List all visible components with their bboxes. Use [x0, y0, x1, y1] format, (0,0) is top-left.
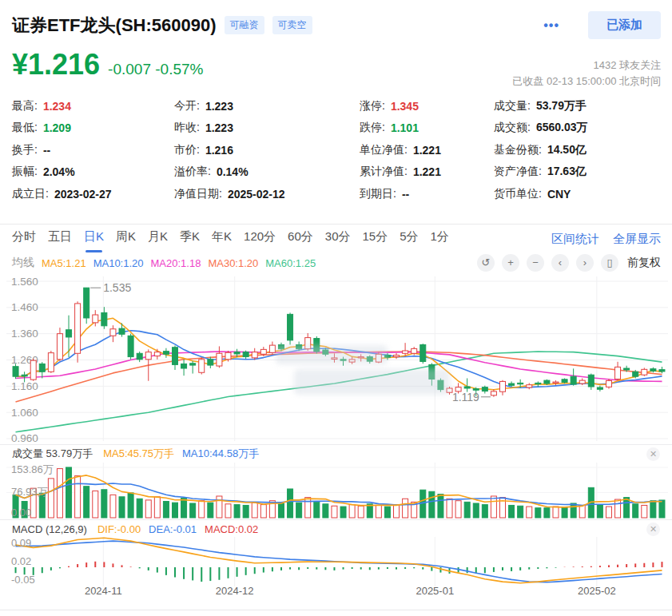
stat-row: 市价:1.216 [174, 139, 285, 161]
stat-row: 昨收:1.223 [174, 117, 285, 140]
stat-row: 今开:1.223 [174, 95, 285, 117]
divider-top [0, 224, 672, 225]
stat-value: 2023-02-27 [54, 188, 112, 201]
ma-legend-title: 均线 [12, 256, 34, 270]
volume-close-icon[interactable]: ✕ [646, 447, 660, 461]
zoom-out-icon[interactable]: − [527, 254, 544, 272]
tab-5分[interactable]: 5分 [400, 229, 418, 249]
tab-1分[interactable]: 1分 [431, 229, 449, 249]
macd-dea-label: DEA:-0.01 [149, 523, 197, 535]
ma-legend-row: 均线MA5:1.21MA10:1.20MA20:1.18MA30:1.20MA6… [12, 254, 661, 272]
volume-panel-header: 成交量 53.79万手 MA5:45.75万手 MA10:44.58万手 ✕ [0, 444, 672, 463]
svg-text:0.09: 0.09 [11, 537, 31, 549]
adjust-mode-selector[interactable]: 前复权 [627, 256, 661, 270]
pan-right-icon[interactable]: › [576, 254, 594, 272]
svg-text:1.360: 1.360 [11, 328, 38, 340]
macd-value-label: MACD:0.02 [205, 523, 258, 535]
svg-text:1.560: 1.560 [11, 276, 38, 288]
tab-季K[interactable]: 季K [180, 229, 200, 249]
badge-margin-trading: 可融资 [225, 16, 264, 34]
x-axis-label-2025-01: 2025-01 [416, 585, 454, 597]
stat-value: 1.223 [205, 100, 233, 113]
quote-meta: 1432 球友关注 已收盘 02-13 15:00:00 北京时间 [512, 58, 661, 89]
tab-60分[interactable]: 60分 [288, 229, 313, 249]
stats-column-1: 最高:1.234最低:1.209换手:--振幅:2.04%成立日:2023-02… [12, 95, 112, 205]
stat-row: 单位净值:1.221 [360, 139, 441, 161]
ma-legend-item-5: MA60:1.25 [265, 257, 316, 269]
volume-chart[interactable]: 153.86万76.93万0.00 [0, 463, 672, 519]
stat-value: 17.63亿 [547, 165, 587, 179]
stat-label: 溢价率: [174, 165, 211, 179]
macd-dif-label: DIF:-0.00 [97, 523, 141, 535]
volume-ma5-label: MA5:45.75万手 [103, 447, 174, 461]
macd-close-icon[interactable]: ✕ [646, 523, 660, 536]
tab-120分[interactable]: 120分 [244, 229, 276, 249]
tab-月K[interactable]: 月K [148, 229, 168, 249]
stat-label: 单位净值: [360, 143, 408, 157]
volume-ma10-label: MA10:44.58万手 [182, 447, 259, 461]
range-stat-link[interactable]: 区间统计 [551, 232, 599, 247]
tab-年K[interactable]: 年K [212, 229, 232, 249]
watermark [276, 345, 388, 364]
tab-五日[interactable]: 五日 [48, 229, 72, 249]
stat-label: 跌停: [360, 121, 385, 135]
stat-label: 昨收: [174, 121, 200, 135]
screenshot-icon[interactable]: ▯ [601, 254, 618, 272]
stat-value: 2025-02-12 [228, 188, 285, 201]
stat-value: 1.216 [205, 144, 233, 157]
ma-legend-item-1: MA5:1.21 [42, 257, 86, 269]
stat-row: 累计净值:1.221 [360, 161, 441, 184]
ma-legend-item-3: MA20:1.18 [151, 257, 201, 269]
svg-text:1.535: 1.535 [103, 281, 131, 294]
stat-row: 资产净值:17.63亿 [494, 161, 588, 184]
stat-label: 今开: [174, 99, 200, 113]
stat-value: 1.223 [205, 121, 233, 134]
x-axis-label-2024-11: 2024-11 [85, 585, 122, 597]
tab-周K[interactable]: 周K [116, 229, 136, 249]
ma-legend-item-2: MA10:1.20 [93, 257, 144, 269]
volume-title: 成交量 53.79万手 [12, 447, 93, 461]
stat-row: 基金份额:14.50亿 [494, 139, 588, 161]
stat-row: 振幅:2.04% [12, 161, 112, 184]
stat-label: 货币单位: [494, 187, 542, 201]
ma-legend-item-4: MA30:1.20 [208, 257, 258, 269]
stat-label: 净值日期: [174, 187, 222, 201]
chart-tabs: 分时五日日K周K月K季K年K120分60分30分15分5分1分区间统计全屏显示 [12, 229, 661, 249]
more-menu-icon[interactable]: ••• [543, 18, 559, 33]
stat-row: 成立日:2023-02-27 [12, 183, 112, 205]
tab-30分[interactable]: 30分 [325, 229, 351, 249]
svg-text:0.00: 0.00 [11, 507, 31, 519]
stat-value: 1.209 [43, 121, 71, 134]
stat-label: 成交额: [494, 121, 531, 135]
stat-value: 1.345 [391, 100, 419, 113]
stat-label: 涨停: [360, 99, 385, 113]
fullscreen-link[interactable]: 全屏显示 [613, 232, 661, 247]
stat-label: 基金份额: [494, 143, 542, 157]
added-button[interactable]: 已添加 [588, 11, 661, 39]
tab-日K[interactable]: 日K [84, 229, 104, 249]
stat-row: 最低:1.209 [12, 117, 112, 140]
tab-分时[interactable]: 分时 [12, 229, 36, 249]
svg-text:1.060: 1.060 [11, 407, 38, 419]
stat-value: 6560.03万 [536, 121, 588, 135]
x-axis-labels: 2024-112024-122025-012025-02 [0, 585, 672, 599]
stat-label: 最低: [12, 121, 38, 135]
stat-value: -- [43, 144, 50, 157]
macd-title: MACD (12,26,9) [12, 523, 87, 535]
stats-column-3: 涨停:1.345跌停:1.101单位净值:1.221累计净值:1.221到期日:… [360, 95, 441, 205]
zoom-in-icon[interactable]: + [502, 254, 519, 272]
pan-left-icon[interactable]: ‹ [551, 254, 569, 272]
macd-chart[interactable]: 0.090.02-0.05 [0, 537, 672, 586]
stat-value: 1.221 [413, 165, 441, 178]
stat-row: 货币单位:CNY [494, 183, 588, 205]
badge-short-selling: 可卖空 [272, 16, 312, 34]
followers-count: 1432 球友关注 [512, 58, 661, 74]
stat-value: 53.79万手 [536, 99, 587, 113]
stats-column-4: 成交量:53.79万手成交额:6560.03万基金份额:14.50亿资产净值:1… [494, 95, 588, 205]
header: 证券ETF龙头(SH:560090) 可融资 可卖空 ••• 已添加 [12, 11, 661, 39]
undo-icon[interactable]: ↺ [477, 254, 495, 272]
x-axis-label-2024-12: 2024-12 [216, 585, 254, 597]
stat-row: 成交量:53.79万手 [494, 95, 588, 117]
tab-15分[interactable]: 15分 [362, 229, 388, 249]
stat-row: 换手:-- [12, 139, 112, 161]
